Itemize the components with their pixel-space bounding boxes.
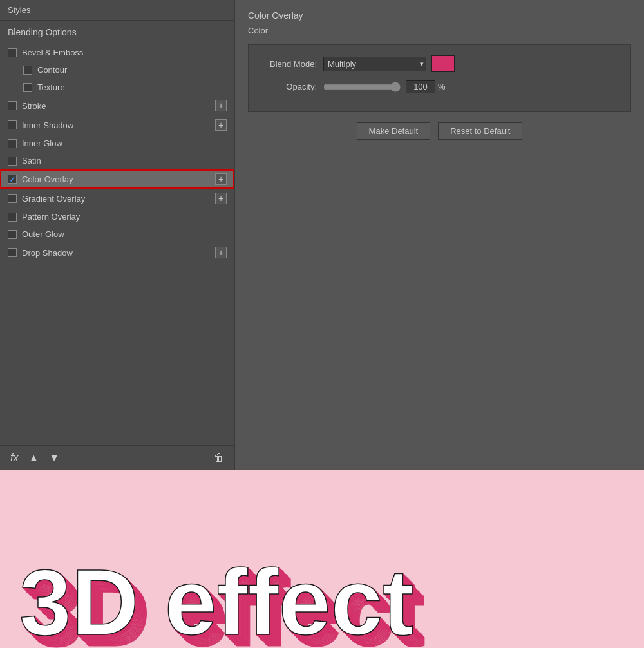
checkbox-pattern-overlay[interactable] — [8, 213, 17, 222]
sidebar-item-stroke[interactable]: Stroke + — [0, 96, 234, 115]
svg-text:3D effect: 3D effect — [19, 550, 413, 648]
add-gradient-overlay-button[interactable]: + — [215, 193, 227, 204]
delete-button[interactable]: 🗑 — [211, 451, 227, 465]
label-drop-shadow: Drop Shadow — [22, 248, 215, 258]
blend-mode-wrapper: Normal Dissolve Multiply Screen Overlay … — [323, 57, 426, 71]
label-contour: Contour — [37, 65, 227, 75]
top-panel: Styles Blending Options Bevel & Emboss C… — [0, 0, 644, 470]
label-satin: Satin — [22, 156, 227, 166]
label-color-overlay: Color Overlay — [22, 175, 215, 184]
sidebar-item-inner-shadow[interactable]: Inner Shadow + — [0, 115, 234, 135]
opacity-row: Opacity: % — [259, 80, 620, 93]
right-panel: Color Overlay Color Blend Mode: Normal D… — [235, 0, 644, 470]
label-inner-glow: Inner Glow — [22, 138, 227, 148]
sidebar-item-outer-glow[interactable]: Outer Glow — [0, 225, 234, 243]
sidebar-item-contour[interactable]: Contour — [0, 61, 234, 79]
checkbox-bevel-emboss[interactable] — [8, 48, 17, 57]
add-inner-shadow-button[interactable]: + — [215, 119, 227, 131]
buttons-row: Make Default Reset to Default — [248, 122, 631, 140]
sidebar-footer: fx ▲ ▼ 🗑 — [0, 445, 234, 470]
add-drop-shadow-button[interactable]: + — [215, 247, 227, 258]
opacity-unit: % — [438, 82, 446, 91]
add-stroke-button[interactable]: + — [215, 100, 227, 111]
label-bevel-emboss: Bevel & Emboss — [22, 48, 227, 57]
reset-default-button[interactable]: Reset to Default — [438, 122, 522, 140]
checkbox-inner-shadow[interactable] — [8, 120, 17, 129]
sidebar-item-drop-shadow[interactable]: Drop Shadow + — [0, 243, 234, 262]
add-color-overlay-button[interactable]: + — [215, 173, 227, 185]
checkbox-inner-glow[interactable] — [8, 139, 17, 148]
panel-section-title: Color — [248, 26, 631, 35]
blend-mode-row: Blend Mode: Normal Dissolve Multiply Scr… — [259, 55, 620, 72]
move-down-button[interactable]: ▼ — [46, 451, 62, 465]
label-inner-shadow: Inner Shadow — [22, 120, 215, 130]
label-outer-glow: Outer Glow — [22, 229, 227, 239]
blend-mode-label: Blend Mode: — [259, 59, 317, 69]
move-up-button[interactable]: ▲ — [26, 451, 41, 465]
up-icon: ▲ — [28, 452, 39, 463]
color-swatch[interactable] — [431, 55, 455, 72]
sidebar-item-pattern-overlay[interactable]: Pattern Overlay — [0, 208, 234, 225]
bottom-canvas: 3D effect 3D effect 3D effect 3D effect … — [0, 470, 644, 648]
checkbox-satin[interactable] — [8, 157, 17, 166]
styles-label: Styles — [8, 5, 30, 15]
checkbox-color-overlay[interactable]: ✓ — [8, 175, 17, 184]
blend-mode-select[interactable]: Normal Dissolve Multiply Screen Overlay … — [323, 57, 426, 71]
checkbox-drop-shadow[interactable] — [8, 248, 17, 257]
sidebar-item-satin[interactable]: Satin — [0, 152, 234, 169]
label-gradient-overlay: Gradient Overlay — [22, 194, 215, 204]
opacity-input[interactable] — [406, 80, 435, 93]
checkbox-contour[interactable] — [23, 66, 32, 75]
fx-label: fx — [10, 452, 18, 463]
label-pattern-overlay: Pattern Overlay — [22, 212, 227, 222]
main-container: Styles Blending Options Bevel & Emboss C… — [0, 0, 644, 648]
blending-options-header[interactable]: Blending Options — [0, 21, 234, 44]
label-stroke: Stroke — [22, 101, 215, 111]
sidebar-item-inner-glow[interactable]: Inner Glow — [0, 135, 234, 152]
opacity-label: Opacity: — [259, 82, 317, 91]
canvas-artwork: 3D effect 3D effect 3D effect 3D effect … — [0, 470, 644, 648]
layer-list: Bevel & Emboss Contour Texture Stroke + — [0, 44, 234, 445]
checkbox-texture[interactable] — [23, 83, 32, 92]
sidebar-item-color-overlay[interactable]: ✓ Color Overlay + — [0, 169, 234, 189]
checkbox-stroke[interactable] — [8, 101, 17, 110]
sidebar-item-bevel-emboss[interactable]: Bevel & Emboss — [0, 44, 234, 61]
make-default-button[interactable]: Make Default — [357, 122, 431, 140]
sidebar-item-gradient-overlay[interactable]: Gradient Overlay + — [0, 189, 234, 208]
down-icon: ▼ — [49, 452, 59, 463]
styles-header: Styles — [0, 0, 234, 21]
label-texture: Texture — [37, 82, 227, 92]
settings-area: Blend Mode: Normal Dissolve Multiply Scr… — [248, 44, 631, 112]
sidebar: Styles Blending Options Bevel & Emboss C… — [0, 0, 235, 470]
fx-button[interactable]: fx — [8, 451, 21, 465]
checkbox-outer-glow[interactable] — [8, 230, 17, 239]
blending-options-label: Blending Options — [8, 27, 77, 37]
checkbox-gradient-overlay[interactable] — [8, 194, 17, 203]
opacity-slider[interactable] — [323, 82, 401, 92]
sidebar-item-texture[interactable]: Texture — [0, 79, 234, 96]
trash-icon: 🗑 — [214, 452, 224, 463]
panel-title: Color Overlay — [248, 10, 631, 21]
